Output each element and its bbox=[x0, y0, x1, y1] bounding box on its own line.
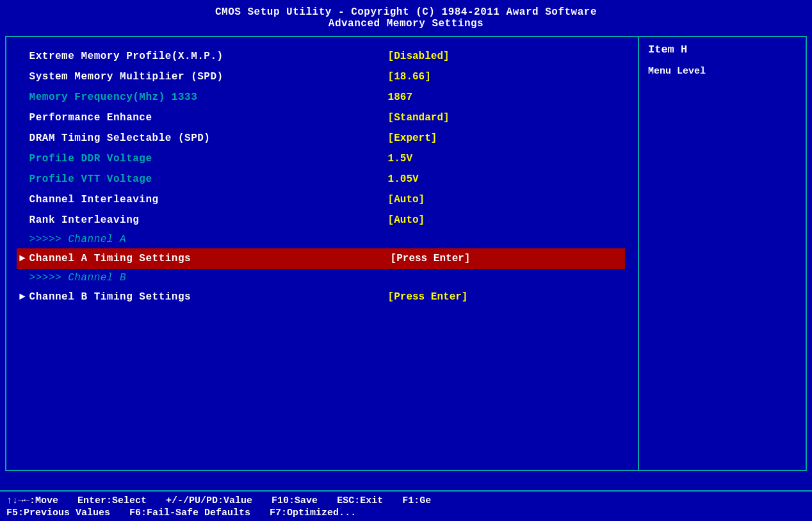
setting-value-dram-timing-selectable: [Expert] bbox=[388, 132, 437, 144]
setting-row-rank-interleaving[interactable]: ► Rank Interleaving [Auto] bbox=[19, 210, 625, 230]
setting-label-profile-vtt-voltage: Profile VTT Voltage bbox=[29, 173, 388, 185]
item-help-label: Item H bbox=[648, 44, 797, 56]
setting-label-performance-enhance: Performance Enhance bbox=[29, 112, 388, 124]
select-hint: Enter:Select bbox=[77, 495, 147, 506]
setting-value-extreme-memory-profile: [Disabled] bbox=[388, 51, 450, 62]
f7-hint: F7:Optimized... bbox=[270, 508, 356, 518]
setting-value-memory-frequency: 1867 bbox=[388, 92, 412, 103]
setting-label-channel-a-timing: Channel A Timing Settings bbox=[29, 253, 388, 264]
f6-hint: F6:Fail-Safe Defaults bbox=[129, 508, 250, 518]
setting-value-system-memory-multiplier: [18.66] bbox=[388, 71, 431, 83]
setting-label-channel-a-header: >>>>> Channel A bbox=[29, 234, 388, 245]
content-panel: ► Extreme Memory Profile(X.M.P.) [Disabl… bbox=[5, 36, 639, 471]
setting-row-profile-vtt-voltage[interactable]: ► Profile VTT Voltage 1.05V bbox=[19, 169, 625, 189]
main-layout: ► Extreme Memory Profile(X.M.P.) [Disabl… bbox=[5, 36, 807, 471]
setting-row-profile-ddr-voltage[interactable]: ► Profile DDR Voltage 1.5V bbox=[19, 148, 625, 169]
setting-value-channel-interleaving: [Auto] bbox=[388, 194, 425, 205]
f1-hint: F1:Ge bbox=[402, 495, 431, 506]
arrow-icon: ► bbox=[19, 253, 26, 264]
setting-row-system-memory-multiplier[interactable]: ► System Memory Multiplier (SPD) [18.66] bbox=[19, 67, 625, 87]
f5-hint: F5:Previous Values bbox=[6, 508, 110, 518]
setting-label-extreme-memory-profile: Extreme Memory Profile(X.M.P.) bbox=[29, 51, 388, 62]
status-bar: ↑↓→←:Move Enter:Select +/-/PU/PD:Value F… bbox=[0, 490, 812, 521]
setting-value-profile-vtt-voltage: 1.05V bbox=[388, 173, 419, 185]
setting-value-performance-enhance: [Standard] bbox=[388, 112, 450, 124]
setting-value-channel-b-timing: [Press Enter] bbox=[388, 291, 468, 303]
bios-title: CMOS Setup Utility - Copyright (C) 1984-… bbox=[0, 6, 812, 18]
bios-subtitle: Advanced Memory Settings bbox=[0, 18, 812, 29]
setting-row-dram-timing-selectable[interactable]: ► DRAM Timing Selectable (SPD) [Expert] bbox=[19, 128, 625, 148]
setting-row-memory-frequency[interactable]: ► Memory Frequency(Mhz) 1333 1867 bbox=[19, 87, 625, 108]
bios-header: CMOS Setup Utility - Copyright (C) 1984-… bbox=[0, 0, 812, 33]
arrow-icon: ► bbox=[19, 291, 26, 303]
setting-row-channel-interleaving[interactable]: ► Channel Interleaving [Auto] bbox=[19, 189, 625, 210]
move-hint: ↑↓→←:Move bbox=[6, 495, 58, 506]
press-enter-value: [Press Enter] bbox=[388, 252, 473, 265]
setting-value-profile-ddr-voltage: 1.5V bbox=[388, 153, 412, 164]
status-line-2: F5:Previous Values F6:Fail-Safe Defaults… bbox=[6, 508, 806, 518]
save-hint: F10:Save bbox=[272, 495, 318, 506]
value-hint: +/-/PU/PD:Value bbox=[166, 495, 252, 506]
setting-row-performance-enhance[interactable]: ► Performance Enhance [Standard] bbox=[19, 108, 625, 128]
setting-label-channel-b-timing: Channel B Timing Settings bbox=[29, 291, 388, 303]
setting-row-extreme-memory-profile[interactable]: ► Extreme Memory Profile(X.M.P.) [Disabl… bbox=[19, 46, 625, 67]
setting-label-profile-ddr-voltage: Profile DDR Voltage bbox=[29, 153, 388, 164]
info-panel: Item H Menu Level bbox=[639, 36, 807, 471]
status-line-1: ↑↓→←:Move Enter:Select +/-/PU/PD:Value F… bbox=[6, 495, 806, 506]
setting-row-channel-a-header: ► >>>>> Channel A bbox=[19, 230, 625, 248]
setting-label-channel-b-header: >>>>> Channel B bbox=[29, 272, 388, 284]
setting-row-channel-b-timing[interactable]: ► Channel B Timing Settings [Press Enter… bbox=[19, 287, 625, 307]
settings-list: ► Extreme Memory Profile(X.M.P.) [Disabl… bbox=[19, 46, 625, 307]
setting-label-memory-frequency: Memory Frequency(Mhz) 1333 bbox=[29, 92, 388, 103]
exit-hint: ESC:Exit bbox=[337, 495, 383, 506]
setting-label-system-memory-multiplier: System Memory Multiplier (SPD) bbox=[29, 71, 388, 83]
setting-label-dram-timing-selectable: DRAM Timing Selectable (SPD) bbox=[29, 132, 388, 144]
menu-level-label: Menu Level bbox=[648, 66, 797, 77]
setting-label-channel-interleaving: Channel Interleaving bbox=[29, 194, 388, 205]
setting-row-channel-a-timing[interactable]: ► Channel A Timing Settings [Press Enter… bbox=[17, 248, 625, 269]
setting-value-rank-interleaving: [Auto] bbox=[388, 214, 425, 226]
setting-row-channel-b-header: ► >>>>> Channel B bbox=[19, 269, 625, 287]
setting-label-rank-interleaving: Rank Interleaving bbox=[29, 214, 388, 226]
